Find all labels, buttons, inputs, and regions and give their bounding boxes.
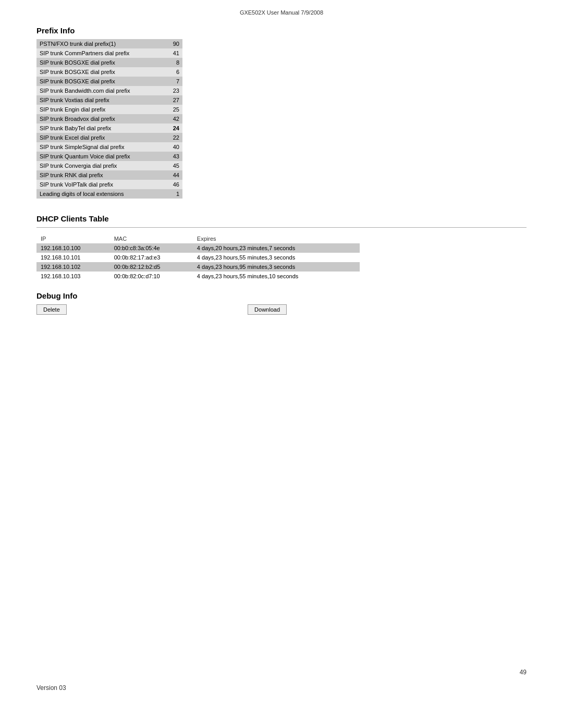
table-row: SIP trunk Convergia dial prefix45 <box>36 161 182 170</box>
debug-info-title: Debug Info <box>36 291 527 300</box>
prefix-value: 40 <box>162 142 182 152</box>
prefix-value: 41 <box>162 48 182 58</box>
table-row: Leading digits of local extensions1 <box>36 189 182 199</box>
table-row: SIP trunk Broadvox dial prefix42 <box>36 114 182 124</box>
table-row: SIP trunk BabyTel dial prefix24 <box>36 124 182 133</box>
dhcp-cell-mac: 00:0b:82:17:ad:e3 <box>110 253 193 262</box>
prefix-value: 43 <box>162 152 182 161</box>
dhcp-cell-mac: 00:0b:82:0c:d7:10 <box>110 272 193 281</box>
debug-buttons: Delete Download <box>36 304 287 315</box>
prefix-label: SIP trunk BabyTel dial prefix <box>36 124 162 133</box>
prefix-value: 27 <box>162 95 182 105</box>
prefix-label: SIP trunk BOSGXE dial prefix <box>36 77 162 86</box>
dhcp-cell-mac: 00:0b:82:12:b2:d5 <box>110 262 193 272</box>
document-title: GXE502X User Manual 7/9/2008 <box>240 9 323 16</box>
table-row: SIP trunk BOSGXE dial prefix7 <box>36 77 182 86</box>
prefix-value: 44 <box>162 170 182 180</box>
prefix-value: 6 <box>162 67 182 77</box>
download-button[interactable]: Download <box>248 304 287 315</box>
prefix-label: SIP trunk BOSGXE dial prefix <box>36 58 162 67</box>
table-row: 192.168.10.10000:b0:c8:3a:05:4e4 days,20… <box>36 243 360 253</box>
prefix-label: SIP trunk BOSGXE dial prefix <box>36 67 162 77</box>
dhcp-cell-expires: 4 days,23 hours,55 minutes,3 seconds <box>193 253 360 262</box>
table-row: 192.168.10.10100:0b:82:17:ad:e34 days,23… <box>36 253 360 262</box>
table-row: SIP trunk Engin dial prefix25 <box>36 105 182 114</box>
dhcp-table: IPMACExpires 192.168.10.10000:b0:c8:3a:0… <box>36 234 360 281</box>
table-row: SIP trunk SimpleSignal dial prefix40 <box>36 142 182 152</box>
prefix-value: 22 <box>162 133 182 142</box>
page-header: GXE502X User Manual 7/9/2008 <box>0 0 563 21</box>
dhcp-section-title: DHCP Clients Table <box>36 214 527 223</box>
dhcp-section: DHCP Clients Table IPMACExpires 192.168.… <box>36 214 527 281</box>
prefix-label: SIP trunk Engin dial prefix <box>36 105 162 114</box>
dhcp-column-header: IP <box>36 234 110 243</box>
prefix-value: 23 <box>162 86 182 95</box>
prefix-info-title: Prefix Info <box>36 26 527 35</box>
prefix-value: 90 <box>162 39 182 48</box>
table-row: PSTN/FXO trunk dial prefix(1)90 <box>36 39 182 48</box>
prefix-value: 42 <box>162 114 182 124</box>
dhcp-cell-ip: 192.168.10.103 <box>36 272 110 281</box>
prefix-label: PSTN/FXO trunk dial prefix(1) <box>36 39 162 48</box>
table-row: SIP trunk BOSGXE dial prefix8 <box>36 58 182 67</box>
dhcp-cell-ip: 192.168.10.101 <box>36 253 110 262</box>
table-row: 192.168.10.10200:0b:82:12:b2:d54 days,23… <box>36 262 360 272</box>
page-number: 49 <box>520 669 527 676</box>
prefix-label: SIP trunk CommPartners dial prefix <box>36 48 162 58</box>
prefix-label: SIP trunk Voxtias dial prefix <box>36 95 162 105</box>
dhcp-cell-expires: 4 days,23 hours,55 minutes,10 seconds <box>193 272 360 281</box>
prefix-value: 45 <box>162 161 182 170</box>
table-row: 192.168.10.10300:0b:82:0c:d7:104 days,23… <box>36 272 360 281</box>
table-row: SIP trunk Voxtias dial prefix27 <box>36 95 182 105</box>
version-label: Version 03 <box>36 684 66 692</box>
table-row: SIP trunk Excel dial prefix22 <box>36 133 182 142</box>
prefix-label: SIP trunk Bandwidth.com dial prefix <box>36 86 162 95</box>
prefix-info-section: Prefix Info PSTN/FXO trunk dial prefix(1… <box>36 26 527 199</box>
table-row: SIP trunk VoIPTalk dial prefix46 <box>36 180 182 189</box>
dhcp-divider <box>36 227 527 228</box>
table-row: SIP trunk Bandwidth.com dial prefix23 <box>36 86 182 95</box>
prefix-value: 25 <box>162 105 182 114</box>
dhcp-cell-ip: 192.168.10.102 <box>36 262 110 272</box>
prefix-value: 7 <box>162 77 182 86</box>
table-row: SIP trunk RNK dial prefix44 <box>36 170 182 180</box>
prefix-value: 24 <box>162 124 182 133</box>
prefix-value: 8 <box>162 58 182 67</box>
prefix-label: SIP trunk Excel dial prefix <box>36 133 162 142</box>
table-row: SIP trunk CommPartners dial prefix41 <box>36 48 182 58</box>
prefix-value: 46 <box>162 180 182 189</box>
prefix-value: 1 <box>162 189 182 199</box>
prefix-label: SIP trunk Broadvox dial prefix <box>36 114 162 124</box>
prefix-label: Leading digits of local extensions <box>36 189 162 199</box>
prefix-label: SIP trunk VoIPTalk dial prefix <box>36 180 162 189</box>
prefix-label: SIP trunk RNK dial prefix <box>36 170 162 180</box>
debug-section: Debug Info Delete Download <box>36 291 527 315</box>
prefix-label: SIP trunk Quantum Voice dial prefix <box>36 152 162 161</box>
dhcp-cell-expires: 4 days,20 hours,23 minutes,7 seconds <box>193 243 360 253</box>
delete-button[interactable]: Delete <box>36 304 67 315</box>
dhcp-column-header: MAC <box>110 234 193 243</box>
dhcp-column-header: Expires <box>193 234 360 243</box>
prefix-label: SIP trunk Convergia dial prefix <box>36 161 162 170</box>
prefix-table: PSTN/FXO trunk dial prefix(1)90SIP trunk… <box>36 39 182 199</box>
table-row: SIP trunk BOSGXE dial prefix6 <box>36 67 182 77</box>
dhcp-cell-expires: 4 days,23 hours,95 minutes,3 seconds <box>193 262 360 272</box>
dhcp-cell-mac: 00:b0:c8:3a:05:4e <box>110 243 193 253</box>
dhcp-cell-ip: 192.168.10.100 <box>36 243 110 253</box>
table-row: SIP trunk Quantum Voice dial prefix43 <box>36 152 182 161</box>
prefix-label: SIP trunk SimpleSignal dial prefix <box>36 142 162 152</box>
